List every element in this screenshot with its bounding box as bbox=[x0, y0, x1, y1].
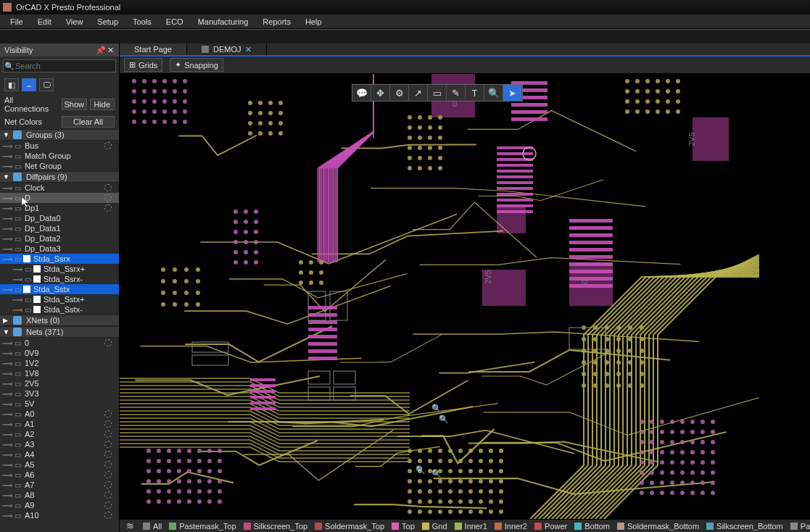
tree-item[interactable]: ⟿▭A1 bbox=[0, 419, 119, 429]
visibility-icon[interactable] bbox=[104, 400, 112, 407]
menu-edit[interactable]: Edit bbox=[30, 17, 59, 26]
visibility-icon[interactable] bbox=[104, 184, 112, 191]
tree-item[interactable]: ⟿▭A9 bbox=[0, 500, 119, 510]
visibility-icon[interactable] bbox=[104, 431, 112, 438]
tree-item[interactable]: ⟿▭3V3 bbox=[0, 388, 119, 399]
tree-item[interactable]: ⟿▭D bbox=[0, 193, 119, 203]
tree-item[interactable]: ⟿▭Bus bbox=[0, 141, 119, 151]
tool-button-4[interactable]: ▭ bbox=[428, 85, 447, 101]
tree-item[interactable]: ⟿▭A7 bbox=[0, 480, 119, 490]
hide-button[interactable]: Hide bbox=[90, 99, 115, 110]
layers-view-button[interactable]: ◧ bbox=[4, 78, 19, 91]
menu-manufacturing[interactable]: Manufacturing bbox=[191, 17, 256, 26]
tab-start-page[interactable]: Start Page bbox=[120, 43, 187, 55]
color-swatch[interactable] bbox=[33, 306, 41, 313]
tree-item[interactable]: ⟿▭0 bbox=[0, 338, 119, 348]
layer-inner1[interactable]: Inner1 bbox=[455, 522, 487, 531]
layer-pastemask_bottom[interactable]: Pastemask_Bottom bbox=[790, 522, 810, 531]
menu-help[interactable]: Help bbox=[298, 17, 329, 26]
section-header[interactable]: ▼Nets (371) bbox=[0, 326, 119, 338]
tree-item[interactable]: ⟿▭Dp_Data2 bbox=[0, 233, 119, 244]
visibility-icon[interactable] bbox=[104, 339, 112, 346]
layer-soldermask_bottom[interactable]: Soldermask_Bottom bbox=[617, 522, 699, 531]
tree-item[interactable]: ⟿▭Dp1 bbox=[0, 203, 119, 213]
tree-item[interactable]: ⟿▭Dp_Data3 bbox=[0, 244, 119, 254]
tree-item[interactable]: ⟿▭A6 bbox=[0, 470, 119, 480]
layer-pastemask_top[interactable]: Pastemask_Top bbox=[169, 522, 236, 531]
visibility-icon[interactable] bbox=[104, 359, 112, 367]
visibility-icon[interactable] bbox=[104, 410, 112, 417]
tree-item[interactable]: ⟿▭Clock bbox=[0, 183, 119, 193]
color-swatch[interactable] bbox=[23, 286, 30, 293]
visibility-icon[interactable] bbox=[104, 275, 112, 283]
visibility-icon[interactable] bbox=[104, 370, 112, 377]
close-icon[interactable]: ✕ bbox=[106, 46, 115, 54]
layer-all[interactable]: All bbox=[143, 522, 162, 531]
tool-button-3[interactable]: ↗ bbox=[409, 85, 428, 101]
pin-icon[interactable]: 📌 bbox=[96, 46, 104, 54]
clear-all-button[interactable]: Clear All bbox=[62, 116, 115, 128]
visibility-icon[interactable] bbox=[104, 162, 112, 170]
search-input[interactable] bbox=[15, 62, 115, 70]
tree-item[interactable]: ⟿▭A4 bbox=[0, 449, 119, 460]
visibility-icon[interactable] bbox=[104, 390, 112, 397]
visibility-icon[interactable] bbox=[104, 512, 112, 519]
tool-button-6[interactable]: T bbox=[466, 85, 484, 101]
section-header[interactable]: ▼Groups (3) bbox=[0, 129, 119, 141]
visibility-icon[interactable] bbox=[104, 215, 112, 222]
visibility-icon[interactable] bbox=[104, 420, 112, 428]
visibility-icon[interactable] bbox=[104, 245, 112, 252]
layer-bottom[interactable]: Bottom bbox=[574, 522, 610, 531]
layer-soldermask_top[interactable]: Soldermask_Top bbox=[315, 522, 384, 531]
visibility-icon[interactable] bbox=[104, 451, 112, 458]
visibility-icon[interactable] bbox=[104, 481, 112, 489]
grids-toggle[interactable]: ⊞Grids bbox=[124, 58, 162, 72]
menu-file[interactable]: File bbox=[3, 17, 30, 26]
visibility-icon[interactable] bbox=[104, 349, 112, 357]
tree-item[interactable]: ⟿▭Stda_Sstx- bbox=[0, 304, 119, 315]
layer-power[interactable]: Power bbox=[534, 522, 567, 531]
display-view-button[interactable]: 🖵 bbox=[39, 78, 54, 91]
net-tree[interactable]: ▼Groups (3)⟿▭Bus⟿▭Match Group⟿▭Net Group… bbox=[0, 129, 119, 532]
menu-eco[interactable]: ECO bbox=[159, 17, 191, 26]
tree-item[interactable]: ⟿▭A2 bbox=[0, 429, 119, 439]
visibility-icon[interactable] bbox=[104, 286, 112, 293]
visibility-icon[interactable] bbox=[104, 235, 112, 242]
visibility-icon[interactable] bbox=[104, 306, 112, 313]
tree-item[interactable]: ⟿▭Stda_Sstx bbox=[0, 284, 119, 294]
tree-item[interactable]: ⟿▭Stda_Sstx+ bbox=[0, 294, 119, 304]
layer-stack-icon[interactable]: ≋ bbox=[124, 521, 136, 531]
visibility-icon[interactable] bbox=[104, 225, 112, 232]
menu-tools[interactable]: Tools bbox=[125, 17, 159, 26]
snapping-toggle[interactable]: ✦Snapping bbox=[170, 58, 223, 72]
visibility-icon[interactable] bbox=[104, 502, 112, 509]
visibility-icon[interactable] bbox=[104, 441, 112, 448]
tree-item[interactable]: ⟿▭1V2 bbox=[0, 358, 119, 368]
tree-item[interactable]: ⟿▭Dp_Data1 bbox=[0, 223, 119, 233]
visibility-icon[interactable] bbox=[104, 255, 112, 262]
pcb-canvas[interactable]: 🔍🔍🔍🔍02V52V50💬✥⚙↗▭✎T🔍➤ bbox=[120, 74, 810, 519]
tree-item[interactable]: ⟿▭A3 bbox=[0, 439, 119, 449]
tree-item[interactable]: ⟿▭Match Group bbox=[0, 151, 119, 161]
tree-item[interactable]: ⟿▭Net Group bbox=[0, 161, 119, 171]
tree-item[interactable]: ⟿▭A8 bbox=[0, 490, 119, 500]
show-button[interactable]: Show bbox=[62, 99, 87, 110]
tab-demoj[interactable]: DEMOJ✕ bbox=[187, 43, 268, 55]
tool-button-8[interactable]: ➤ bbox=[503, 85, 522, 101]
layer-silkscreen_bottom[interactable]: Silkscreen_Bottom bbox=[706, 522, 783, 531]
tool-button-0[interactable]: 💬 bbox=[352, 85, 371, 101]
color-swatch[interactable] bbox=[33, 296, 41, 303]
nets-view-button[interactable]: ⫠ bbox=[22, 78, 36, 91]
color-swatch[interactable] bbox=[33, 275, 41, 283]
visibility-icon[interactable] bbox=[104, 471, 112, 478]
menu-reports[interactable]: Reports bbox=[255, 17, 298, 26]
tree-item[interactable]: ⟿▭Stda_Ssrx bbox=[0, 254, 119, 264]
tool-button-2[interactable]: ⚙ bbox=[390, 85, 409, 101]
tree-item[interactable]: ⟿▭Dp_Data0 bbox=[0, 213, 119, 223]
tree-item[interactable]: ⟿▭1V8 bbox=[0, 368, 119, 378]
color-swatch[interactable] bbox=[33, 265, 41, 273]
layer-silkscreen_top[interactable]: Silkscreen_Top bbox=[244, 522, 308, 531]
tree-item[interactable]: ⟿▭0V9 bbox=[0, 348, 119, 358]
layer-inner2[interactable]: Inner2 bbox=[495, 522, 527, 531]
close-tab-icon[interactable]: ✕ bbox=[245, 45, 252, 54]
